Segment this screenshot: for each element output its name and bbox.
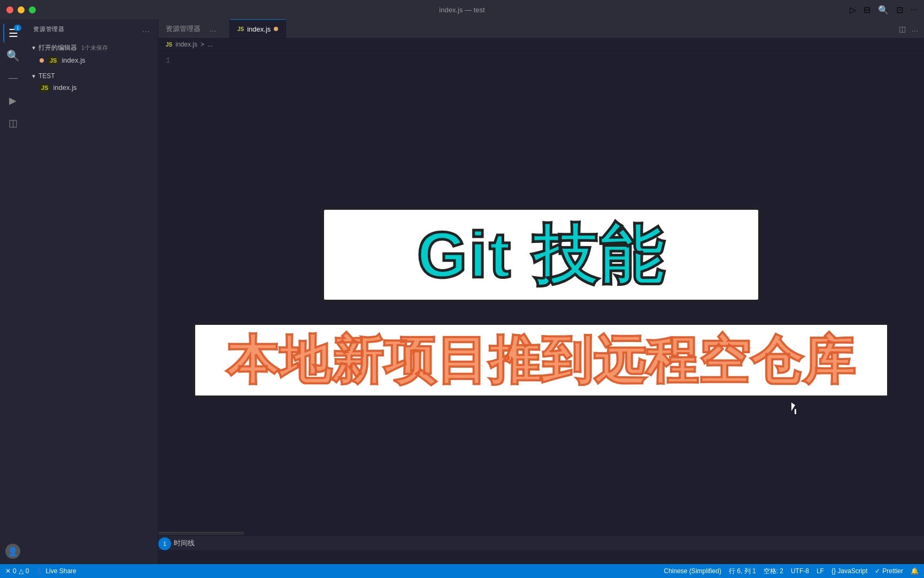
sidebar-header: 资源管理器 … (26, 19, 158, 39)
sidebar: 资源管理器 … ▼ 打开的编辑器 1个未保存 JS index.js ▼ TES… (26, 19, 158, 564)
unsaved-dot (40, 58, 44, 63)
explorer-activity-icon[interactable]: ☰ 1 (3, 24, 22, 43)
search-titlebar-icon[interactable]: 🔍 (878, 5, 889, 15)
traffic-lights (6, 6, 36, 13)
formatter-label: Prettier (882, 567, 903, 575)
git-banner-text: Git 技能 (350, 223, 733, 287)
file-name: index.js (53, 83, 76, 92)
open-editors-header[interactable]: ▼ 打开的编辑器 1个未保存 (26, 41, 158, 55)
error-icon: ✕ (5, 567, 11, 575)
breadcrumb: JS index.js > ... (158, 39, 924, 51)
live-share-label: Live Share (45, 567, 76, 575)
window-title: index.js — test (439, 6, 484, 14)
sidebar-header-icons: … (142, 25, 150, 34)
editor-main: 资源管理器 … JS index.js ◫ … JS index.js > ..… (158, 19, 924, 564)
test-folder-section: ▼ TEST JS index.js (26, 68, 158, 95)
activity-bar-bottom: 👤 (5, 544, 20, 564)
test-folder-header[interactable]: ▼ TEST (26, 70, 158, 82)
open-file-name: index.js (61, 56, 85, 64)
open-editors-badge: 1个未保存 (81, 44, 108, 52)
extensions-icon: ◫ (9, 117, 18, 129)
search-icon: 🔍 (6, 49, 20, 62)
status-bar: ✕ 0 △ 0 👤 Live Share Chinese (Simplified… (0, 564, 924, 578)
warning-count: 0 (26, 567, 29, 575)
error-count: 0 (13, 567, 17, 575)
line-ending-label: LF (817, 567, 824, 575)
language-status[interactable]: Chinese (Simplified) (664, 567, 721, 575)
title-bar-icons: ▷ ⊟ 🔍 ⊡ ··· (850, 5, 918, 15)
layout-icon[interactable]: ⊡ (896, 5, 903, 15)
title-bar: index.js — test ▷ ⊟ 🔍 ⊡ ··· (0, 0, 924, 19)
checkmark-icon: ✓ (875, 567, 880, 575)
more-status[interactable]: 🔔 (911, 567, 919, 575)
line-col-label: 行 6, 列 1 (729, 567, 756, 576)
breadcrumb-more[interactable]: ... (207, 41, 213, 48)
debug-icon[interactable]: ⊟ (864, 5, 871, 15)
explorer-tab-label: 资源管理器 (166, 24, 201, 34)
breadcrumb-separator: > (201, 41, 204, 48)
split-editor-icon[interactable]: ◫ (899, 25, 906, 33)
index-js-tab-label: index.js (247, 25, 271, 33)
js-file-icon: JS (40, 84, 50, 92)
js-file-icon: JS (48, 57, 58, 64)
notification-badge[interactable]: 1 (158, 537, 171, 550)
activity-bar: ☰ 1 🔍 ⸻ ▶ ◫ 👤 (0, 19, 26, 564)
spaces-status[interactable]: 空格: 2 (764, 567, 783, 576)
source-control-activity-icon[interactable]: ⸻ (3, 69, 22, 88)
tab-actions: ◫ … (899, 19, 924, 38)
chevron-icon: ▼ (31, 45, 36, 51)
app-body: ☰ 1 🔍 ⸻ ▶ ◫ 👤 资源管理器 … (0, 19, 924, 564)
user-avatar[interactable]: 👤 (5, 544, 20, 559)
errors-status[interactable]: ✕ 0 △ 0 (5, 567, 29, 575)
line-ending-status[interactable]: LF (817, 567, 824, 575)
new-file-icon[interactable]: … (142, 25, 150, 34)
status-bar-right: Chinese (Simplified) 行 6, 列 1 空格: 2 UTF-… (664, 567, 919, 576)
search-activity-icon[interactable]: 🔍 (3, 46, 22, 65)
tabs-bar: 资源管理器 … JS index.js ◫ … (158, 19, 924, 39)
mouse-cursor (791, 402, 801, 414)
maximize-button[interactable] (29, 6, 36, 13)
editor-content: 1 Git 技能 本地新项目推到远程空仓库 (158, 51, 924, 564)
file-type-label: {} JavaScript (831, 567, 867, 575)
editor-area[interactable]: 1 Git 技能 本地新项目推到远程空仓库 六 英 (158, 51, 924, 564)
close-button[interactable] (6, 6, 13, 13)
language-label: Chinese (Simplified) (664, 567, 721, 575)
ellipsis-icon[interactable]: … (204, 25, 222, 33)
unsaved-dot (274, 27, 278, 31)
extensions-activity-icon[interactable]: ◫ (3, 113, 22, 133)
more-icon[interactable]: ··· (911, 5, 918, 14)
explorer-tab[interactable]: 资源管理器 … (158, 19, 230, 38)
run-activity-icon[interactable]: ▶ (3, 91, 22, 110)
open-editors-section: ▼ 打开的编辑器 1个未保存 JS index.js (26, 39, 158, 68)
file-type-status[interactable]: {} JavaScript (831, 567, 867, 575)
encoding-status[interactable]: UTF-8 (791, 567, 809, 575)
timeline-label: 时间线 (174, 538, 195, 548)
tab-js-icon: JS (237, 26, 244, 32)
share-icon: 👤 (35, 567, 43, 575)
more-actions-icon[interactable]: … (911, 25, 919, 33)
formatter-status[interactable]: ✓ Prettier (875, 567, 903, 575)
explorer-badge: 1 (14, 25, 21, 31)
line-number: 1 (166, 56, 170, 65)
sidebar-item-index-js[interactable]: JS index.js (26, 82, 158, 93)
person-icon: 👤 (7, 546, 18, 557)
run-icon[interactable]: ▷ (850, 5, 856, 15)
git-banner: Git 技能 (322, 208, 760, 302)
subtitle-banner-text: 本地新项目推到远程空仓库 (214, 334, 868, 386)
line-col-status[interactable]: 行 6, 列 1 (729, 567, 756, 576)
sidebar-item-index-js-open[interactable]: JS index.js (26, 55, 158, 66)
timeline-panel[interactable]: ► 时间线 (158, 535, 924, 550)
overlay-container: Git 技能 本地新项目推到远程空仓库 (194, 208, 889, 397)
live-share-status[interactable]: 👤 Live Share (35, 567, 76, 575)
bell-icon: 🔔 (911, 567, 919, 575)
index-js-tab[interactable]: JS index.js (230, 19, 286, 38)
chevron-icon: ▼ (31, 73, 36, 79)
status-bar-left: ✕ 0 △ 0 👤 Live Share (5, 567, 76, 575)
sidebar-title: 资源管理器 (33, 25, 65, 33)
run-icon: ▶ (9, 95, 17, 107)
breadcrumb-file[interactable]: index.js (175, 41, 197, 48)
test-folder-label: TEST (38, 72, 55, 80)
open-editors-label: 打开的编辑器 (38, 43, 77, 52)
source-control-icon: ⸻ (8, 73, 18, 84)
minimize-button[interactable] (18, 6, 25, 13)
